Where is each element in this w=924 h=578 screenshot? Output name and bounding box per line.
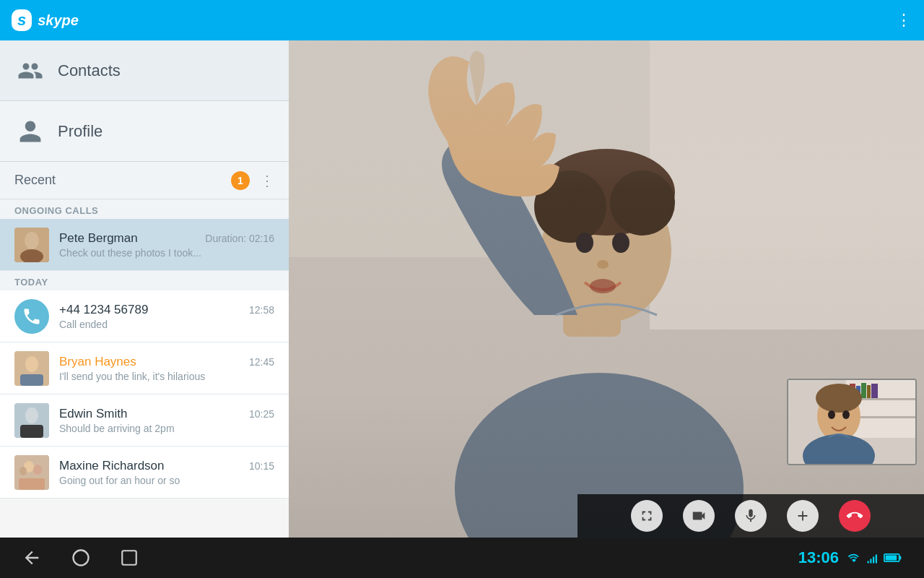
call-name-pete-bergman: Pete Bergman (59, 231, 138, 246)
call-time-bryan-haynes: 12:45 (249, 356, 274, 368)
home-button[interactable] (71, 548, 91, 568)
svg-point-39 (842, 410, 850, 419)
profile-nav-item[interactable]: Profile (0, 101, 289, 162)
recent-header: Recent 1 ⋮ (0, 162, 289, 199)
svg-rect-49 (899, 556, 902, 559)
contacts-nav-item[interactable]: Contacts (0, 40, 289, 101)
ongoing-calls-header: ONGOING CALLS (0, 199, 289, 219)
more-options-button[interactable]: ⋮ (896, 11, 912, 30)
avatar-edwin-smith (14, 403, 49, 438)
call-item-maxine-richardson[interactable]: Maxine Richardson 10:15 Going out for an… (0, 447, 289, 499)
recent-menu-button[interactable]: ⋮ (260, 172, 274, 189)
svg-rect-46 (876, 555, 877, 564)
call-sub-bryan-haynes: I'll send you the link, it's hilarious (59, 371, 274, 382)
call-time-maxine-richardson: 10:15 (249, 460, 274, 472)
svg-rect-48 (886, 556, 897, 561)
add-participant-button[interactable] (787, 500, 819, 532)
call-item-edwin-smith[interactable]: Edwin Smith 10:25 Should be arriving at … (0, 394, 289, 447)
status-bar-right: 13:06 (798, 548, 902, 567)
call-name-edwin-smith: Edwin Smith (59, 407, 127, 421)
call-info-maxine-richardson: Maxine Richardson 10:15 Going out for an… (59, 459, 274, 486)
skype-logo-text: s (17, 12, 26, 28)
svg-rect-44 (870, 559, 871, 564)
video-button[interactable] (683, 500, 715, 532)
status-icons (846, 551, 902, 564)
call-sub-maxine-richardson: Going out for an hour or so (59, 475, 274, 486)
skype-logo: s skype (12, 9, 79, 31)
svg-rect-43 (868, 561, 869, 564)
call-name-bryan-haynes: Bryan Haynes (59, 355, 136, 369)
profile-label: Profile (58, 122, 103, 141)
avatar-phone (14, 299, 49, 334)
svg-point-37 (816, 384, 862, 413)
call-name-maxine-richardson: Maxine Richardson (59, 459, 165, 473)
call-info-bryan-haynes: Bryan Haynes 12:45 I'll send you the lin… (59, 355, 274, 382)
svg-point-4 (25, 356, 38, 372)
skype-brand-text: skype (38, 12, 79, 29)
svg-point-1 (25, 232, 39, 249)
svg-rect-42 (122, 551, 136, 565)
wifi-icon (846, 551, 862, 564)
call-time-phone: 12:58 (249, 304, 274, 316)
svg-rect-45 (873, 557, 874, 564)
call-sub-phone: Call ended (59, 319, 274, 330)
pip-video-frame (788, 380, 917, 465)
call-sub-edwin-smith: Should be arriving at 2pm (59, 423, 274, 434)
top-bar: s skype ⋮ (0, 0, 924, 40)
svg-point-7 (25, 407, 38, 423)
sidebar: Contacts Profile Recent 1 ⋮ ONGOING CALL… (0, 40, 289, 578)
call-sub-pete-bergman: Check out these photos I took... (59, 247, 274, 259)
signal-icon (866, 551, 879, 564)
call-duration-pete-bergman: Duration: 02:16 (205, 233, 274, 244)
svg-point-12 (19, 467, 27, 475)
contacts-icon (14, 55, 46, 87)
svg-rect-5 (20, 374, 43, 386)
svg-point-11 (33, 465, 42, 475)
svg-rect-13 (19, 478, 45, 490)
svg-rect-33 (861, 383, 866, 398)
call-item-bryan-haynes[interactable]: Bryan Haynes 12:45 I'll send you the lin… (0, 342, 289, 394)
call-name-phone: +44 1234 56789 (59, 303, 148, 317)
call-controls-bar (578, 494, 924, 538)
back-button[interactable] (22, 548, 42, 568)
contacts-label: Contacts (58, 61, 121, 80)
status-time: 13:06 (798, 548, 839, 567)
call-info-phone: +44 1234 56789 12:58 Call ended (59, 303, 274, 330)
call-info-pete-bergman: Pete Bergman Duration: 02:16 Check out t… (59, 231, 274, 259)
recent-label: Recent (14, 173, 231, 188)
call-item-pete-bergman[interactable]: Pete Bergman Duration: 02:16 Check out t… (0, 219, 289, 271)
nav-buttons (22, 548, 139, 568)
svg-rect-8 (20, 425, 43, 438)
end-call-button[interactable] (839, 500, 871, 532)
svg-rect-35 (871, 384, 878, 398)
avatar-maxine-richardson (14, 455, 49, 490)
main-video (289, 40, 924, 538)
today-header: TODAY (0, 271, 289, 290)
call-time-edwin-smith: 10:25 (249, 408, 274, 420)
svg-rect-34 (867, 385, 871, 398)
pip-video[interactable] (787, 379, 917, 465)
profile-icon (14, 116, 46, 147)
mute-button[interactable] (735, 500, 767, 532)
avatar-bryan-haynes (14, 351, 49, 386)
video-background (289, 40, 924, 538)
calls-scroll[interactable]: ONGOING CALLS Pete Bergman Duration: 02:… (0, 199, 289, 578)
recent-badge: 1 (231, 171, 250, 190)
battery-icon (884, 551, 902, 564)
expand-button[interactable] (631, 500, 663, 532)
call-info-edwin-smith: Edwin Smith 10:25 Should be arriving at … (59, 407, 274, 434)
call-item-phone[interactable]: +44 1234 56789 12:58 Call ended (0, 290, 289, 342)
svg-point-41 (74, 551, 89, 566)
svg-point-38 (828, 410, 835, 419)
avatar-pete-bergman (14, 228, 49, 262)
system-bar: 13:06 (0, 538, 924, 578)
recents-button[interactable] (120, 548, 139, 567)
